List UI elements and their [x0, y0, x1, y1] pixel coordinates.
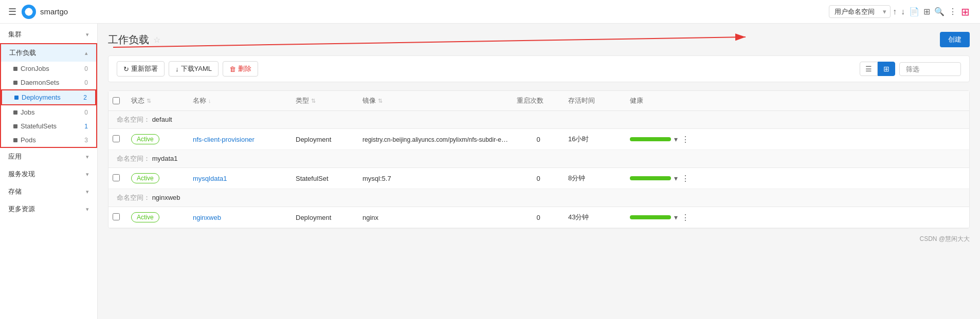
- apps-arrow-icon: ▾: [86, 154, 89, 160]
- health-bar-nfs: ▾: [630, 135, 673, 143]
- select-all-checkbox[interactable]: [113, 97, 120, 104]
- sidebar-item-deployments[interactable]: Deployments 2: [1, 89, 96, 105]
- delete-button[interactable]: 🗑 删除: [223, 61, 258, 77]
- app-logo: [22, 5, 36, 19]
- services-arrow-icon: ▾: [86, 171, 89, 178]
- th-image: 镜像 ⇅: [358, 96, 513, 105]
- namespace-row-default: 命名空间： default: [108, 111, 969, 129]
- filter-input[interactable]: [899, 62, 961, 76]
- sidebar-item-daemonsets[interactable]: DaemonSets 0: [1, 76, 96, 89]
- th-type: 类型 ⇅: [292, 96, 358, 105]
- row-more-mysql[interactable]: ⋮: [681, 174, 689, 183]
- deployments-dot-icon: [14, 96, 19, 100]
- redeploy-label: 重新部署: [131, 64, 158, 73]
- daemonsets-dot-icon: [13, 81, 17, 85]
- services-label: 服务发现: [8, 170, 35, 179]
- row-checkbox-mysql[interactable]: [113, 174, 120, 181]
- row-checkbox-nfs[interactable]: [113, 135, 120, 142]
- download-yaml-icon: ↓: [175, 65, 179, 73]
- more-options-icon[interactable]: ⋮: [947, 5, 959, 18]
- sidebar-group-workload[interactable]: 工作负载 ▴: [1, 44, 96, 62]
- restarts-nfs: 0: [536, 136, 540, 143]
- sidebar-item-cronjobs[interactable]: CronJobs 0: [1, 62, 96, 76]
- jobs-dot-icon: [13, 110, 17, 115]
- table-row: Active nginxweb Deployment nginx 0 43分钟 …: [108, 207, 969, 228]
- name-sort-icon[interactable]: ↓: [208, 98, 211, 104]
- sidebar-group-cluster[interactable]: 集群 ▾: [0, 26, 97, 43]
- name-link-nginx[interactable]: nginxweb: [193, 214, 221, 221]
- favorite-star-icon[interactable]: ☆: [153, 35, 160, 45]
- list-view-button[interactable]: ☰: [860, 62, 878, 76]
- type-sort-icon[interactable]: ⇅: [311, 98, 316, 104]
- download-icon[interactable]: ↓: [899, 5, 907, 18]
- pods-count: 3: [84, 137, 88, 144]
- cluster-label: 集群: [8, 30, 22, 39]
- app-title: smartgo: [40, 7, 434, 16]
- workload-label: 工作负载: [9, 48, 36, 58]
- sidebar-group-storage[interactable]: 存储 ▾: [0, 183, 97, 200]
- apps-label: 应用: [8, 152, 22, 161]
- statefulsets-dot-icon: [13, 124, 17, 128]
- cluster-arrow-icon: ▾: [86, 31, 89, 38]
- delete-icon: 🗑: [229, 65, 236, 73]
- row-more-nginx[interactable]: ⋮: [681, 213, 689, 222]
- image-nginx: nginx: [362, 214, 378, 221]
- file-icon[interactable]: 📄: [907, 5, 921, 18]
- extension-icon[interactable]: ⊞: [959, 4, 972, 20]
- cronjobs-count: 0: [84, 65, 88, 72]
- refresh-icon: ↻: [123, 65, 129, 73]
- uptime-nfs: 16小时: [568, 135, 589, 143]
- grid-view-button[interactable]: ⊞: [878, 62, 895, 76]
- name-link-mysql[interactable]: mysqldata1: [193, 175, 227, 182]
- storage-arrow-icon: ▾: [86, 189, 89, 195]
- sidebar-group-apps[interactable]: 应用 ▾: [0, 148, 97, 165]
- search-icon[interactable]: 🔍: [932, 5, 947, 18]
- toolbar: ↻ 重新部署 ↓ 下载YAML 🗑 删除 ☰ ⊞: [108, 55, 970, 82]
- health-bar-fill-mysql: [630, 176, 671, 180]
- th-name: 名称 ↓: [189, 96, 292, 105]
- create-button[interactable]: 创建: [940, 32, 970, 47]
- grid-icon[interactable]: ⊞: [921, 5, 932, 18]
- name-link-nfs[interactable]: nfs-client-provisioner: [193, 136, 255, 143]
- namespace-select[interactable]: 用户命名空间: [829, 5, 891, 18]
- jobs-label: Jobs: [21, 108, 34, 116]
- th-status: 状态 ⇅: [127, 96, 189, 105]
- download-yaml-button[interactable]: ↓ 下载YAML: [169, 61, 219, 77]
- th-uptime: 存活时间: [564, 96, 626, 105]
- type-nfs: Deployment: [296, 136, 331, 143]
- daemonsets-label: DaemonSets: [21, 79, 59, 86]
- restarts-nginx: 0: [536, 214, 540, 221]
- type-mysql: StatefulSet: [296, 175, 329, 182]
- table-header: 状态 ⇅ 名称 ↓ 类型 ⇅ 镜像 ⇅ 重启次数: [108, 91, 969, 111]
- health-bar-nginx: ▾: [630, 213, 673, 221]
- more-label: 更多资源: [8, 204, 35, 214]
- view-toggle: ☰ ⊞: [860, 62, 895, 76]
- row-checkbox-nginx[interactable]: [113, 213, 120, 220]
- menu-icon[interactable]: ☰: [8, 6, 16, 17]
- content-area: 工作负载 ☆ 创建 ↻ 重新部署: [98, 24, 980, 319]
- table-row: Active mysqldata1 StatefulSet mysql:5.7 …: [108, 168, 969, 189]
- th-restarts: 重启次数: [513, 96, 564, 105]
- restarts-mysql: 0: [536, 175, 540, 182]
- namespace-selector[interactable]: 用户命名空间: [829, 5, 891, 18]
- image-nfs: registry.cn-beijing.aliyuncs.com/pylixm/…: [362, 136, 513, 143]
- uptime-nginx: 43分钟: [568, 213, 589, 221]
- sidebar-item-jobs[interactable]: Jobs 0: [1, 105, 96, 119]
- sidebar-group-more[interactable]: 更多资源 ▾: [0, 200, 97, 218]
- sidebar-item-pods[interactable]: Pods 3: [1, 133, 96, 147]
- image-sort-icon[interactable]: ⇅: [378, 98, 383, 104]
- download-yaml-label: 下载YAML: [181, 64, 212, 73]
- page-header: 工作负载 ☆: [108, 33, 160, 47]
- upload-icon[interactable]: ↑: [891, 5, 899, 18]
- row-more-nfs[interactable]: ⋮: [681, 135, 689, 144]
- status-sort-icon[interactable]: ⇅: [147, 98, 151, 104]
- sidebar-item-statefulsets[interactable]: StatefulSets 1: [1, 119, 96, 133]
- health-bar-fill-nginx: [630, 215, 671, 219]
- status-badge-mysql: Active: [131, 173, 159, 183]
- th-health: 健康: [626, 96, 677, 105]
- workload-table: 状态 ⇅ 名称 ↓ 类型 ⇅ 镜像 ⇅ 重启次数: [108, 90, 970, 229]
- sidebar-group-services[interactable]: 服务发现 ▾: [0, 165, 97, 183]
- redeploy-button[interactable]: ↻ 重新部署: [117, 61, 165, 77]
- main-layout: 集群 ▾ 工作负载 ▴ CronJobs 0: [0, 24, 980, 319]
- sidebar: 集群 ▾ 工作负载 ▴ CronJobs 0: [0, 24, 98, 319]
